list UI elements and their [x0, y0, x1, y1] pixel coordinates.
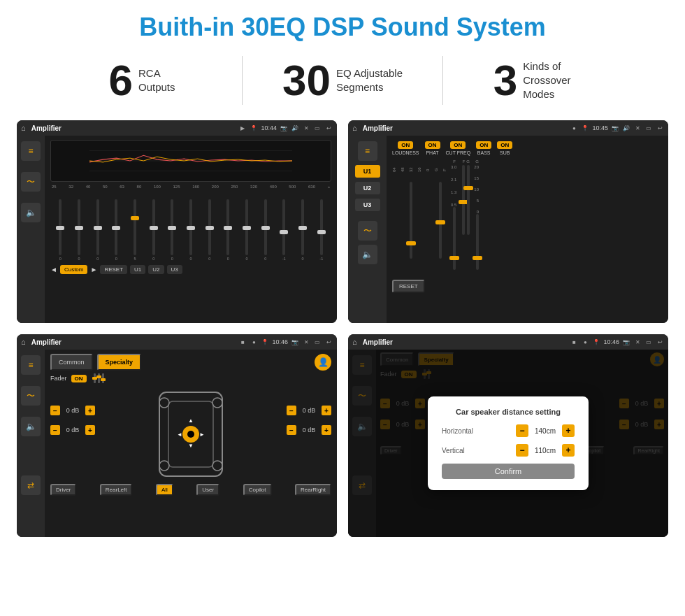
speaker-icon[interactable]: 🔈: [21, 203, 41, 222]
horizontal-plus-btn[interactable]: +: [562, 424, 575, 437]
eq-prev-btn[interactable]: ◄: [50, 266, 57, 273]
home-icon-3[interactable]: ⌂: [21, 338, 26, 346]
u1-btn[interactable]: U1: [355, 165, 380, 178]
eq-next-btn[interactable]: ►: [90, 266, 97, 273]
eq-u3-btn[interactable]: U3: [167, 265, 182, 274]
phat-on[interactable]: ON: [425, 141, 440, 149]
stat-number-3: 3: [493, 59, 517, 102]
screen3-body: ≡ 〜 🔈 ⇄ Common Specialty 👤 Fader ON: [17, 350, 337, 537]
fader-mini-1[interactable]: [94, 373, 96, 383]
wave-icon-2[interactable]: 〜: [358, 221, 377, 241]
eq-slider-6[interactable]: 0: [145, 199, 162, 261]
wave-icon[interactable]: 〜: [21, 172, 41, 192]
back-icon-1[interactable]: ↩: [324, 124, 333, 131]
home-icon-2[interactable]: ⌂: [352, 124, 357, 132]
db-minus-tl[interactable]: −: [50, 406, 60, 415]
db-plus-bl[interactable]: +: [85, 425, 95, 435]
home-icon-1[interactable]: ⌂: [21, 124, 26, 132]
speaker-icon-3[interactable]: 🔈: [21, 417, 41, 436]
eq-u2-btn[interactable]: U2: [148, 265, 164, 274]
eq-slider-8[interactable]: 0: [182, 199, 200, 261]
s3-main-panel: Common Specialty 👤 Fader ON: [45, 350, 337, 537]
eq-slider-12[interactable]: 0: [257, 199, 274, 261]
rect-icon-4[interactable]: ▭: [644, 338, 653, 345]
eq-slider-14[interactable]: 0: [294, 199, 312, 261]
screen4-title: Amplifier: [363, 338, 568, 346]
eq-icon-3[interactable]: ≡: [21, 355, 41, 375]
u3-btn[interactable]: U3: [355, 199, 380, 211]
driver-btn[interactable]: Driver: [50, 484, 76, 496]
amp-reset-btn[interactable]: RESET: [392, 280, 425, 293]
all-btn[interactable]: All: [156, 484, 173, 496]
eq-slider-10[interactable]: 0: [219, 199, 237, 261]
sub-on[interactable]: ON: [497, 141, 512, 149]
arrows-icon-3[interactable]: ⇄: [21, 475, 41, 495]
copilot-btn[interactable]: Copilot: [243, 484, 272, 496]
phat-label: PHAT: [426, 150, 438, 155]
fader-mini-2[interactable]: [98, 373, 100, 383]
rect-icon-3[interactable]: ▭: [313, 338, 322, 345]
cutfreq-label: CUT FREQ: [446, 150, 471, 155]
specialty-tab[interactable]: Specialty: [97, 354, 142, 371]
page-title: Buith-in 30EQ DSP Sound System: [0, 0, 685, 49]
eq-icon-2[interactable]: ≡: [358, 141, 377, 161]
db-plus-br[interactable]: +: [322, 425, 331, 435]
x-icon-2[interactable]: ✕: [633, 124, 642, 131]
cutfreq-f-slider[interactable]: [453, 207, 456, 270]
eq-u1-btn[interactable]: U1: [130, 265, 145, 274]
confirm-btn[interactable]: Confirm: [442, 464, 575, 479]
eq-slider-7[interactable]: 0: [164, 199, 181, 261]
db-plus-tr[interactable]: +: [322, 406, 331, 415]
eq-slider-13[interactable]: -1: [275, 199, 293, 261]
eq-reset-btn[interactable]: RESET: [100, 265, 127, 274]
user-btn[interactable]: User: [196, 484, 219, 496]
db-minus-tr[interactable]: −: [287, 406, 296, 415]
x-icon-3[interactable]: ✕: [302, 338, 310, 345]
eq-slider-2[interactable]: 0: [71, 199, 88, 261]
cutfreq-sliders: F 3.02.11.30.5: [451, 159, 458, 270]
phat-slider[interactable]: [439, 182, 442, 259]
loudness-slider[interactable]: [410, 182, 412, 259]
back-icon-3[interactable]: ↩: [324, 338, 333, 345]
eq-slider-1[interactable]: 0: [52, 199, 69, 261]
loudness-on[interactable]: ON: [398, 141, 413, 149]
person-icon[interactable]: 👤: [315, 354, 331, 371]
u2-btn[interactable]: U2: [355, 182, 380, 194]
svg-point-6: [187, 431, 194, 438]
eq-slider-15[interactable]: -1: [312, 199, 330, 261]
speaker-icon-2[interactable]: 🔈: [358, 245, 377, 264]
screen2-title: Amplifier: [363, 124, 568, 132]
x-icon-1[interactable]: ✕: [302, 124, 310, 131]
eq-slider-3[interactable]: 0: [89, 199, 106, 261]
common-tab[interactable]: Common: [50, 354, 93, 371]
db-minus-bl[interactable]: −: [50, 425, 60, 435]
sub-slider[interactable]: [476, 214, 479, 270]
eq-slider-9[interactable]: 0: [201, 199, 218, 261]
loc-icon-3: 📍: [261, 338, 269, 345]
wave-icon-3[interactable]: 〜: [21, 386, 41, 406]
vertical-minus-btn[interactable]: −: [516, 444, 528, 457]
db-minus-br[interactable]: −: [287, 425, 296, 435]
bass-on[interactable]: ON: [476, 141, 491, 149]
back-icon-4[interactable]: ↩: [656, 338, 664, 345]
eq-slider-5[interactable]: 5: [127, 199, 144, 261]
db-plus-tl[interactable]: +: [85, 406, 95, 415]
home-icon-4[interactable]: ⌂: [352, 338, 357, 346]
fader-on-btn[interactable]: ON: [71, 375, 87, 382]
eq-slider-4[interactable]: 0: [108, 199, 125, 261]
sub-label: SUB: [500, 150, 510, 155]
vertical-plus-btn[interactable]: +: [562, 444, 575, 457]
fader-mini-3[interactable]: [102, 373, 104, 383]
rearleft-btn[interactable]: RearLeft: [100, 484, 133, 496]
rect-icon-2[interactable]: ▭: [644, 124, 653, 131]
back-icon-2[interactable]: ↩: [656, 124, 664, 131]
x-icon-4[interactable]: ✕: [633, 338, 642, 345]
rearright-btn[interactable]: RearRight: [295, 484, 331, 496]
bass-g-slider[interactable]: [467, 165, 470, 235]
horizontal-minus-btn[interactable]: −: [516, 424, 528, 437]
cutfreq-on[interactable]: ON: [450, 141, 466, 149]
rect-icon-1[interactable]: ▭: [313, 124, 322, 131]
eq-slider-11[interactable]: 0: [238, 199, 256, 261]
eq-icon[interactable]: ≡: [21, 141, 41, 161]
bass-f-slider[interactable]: [462, 165, 465, 235]
